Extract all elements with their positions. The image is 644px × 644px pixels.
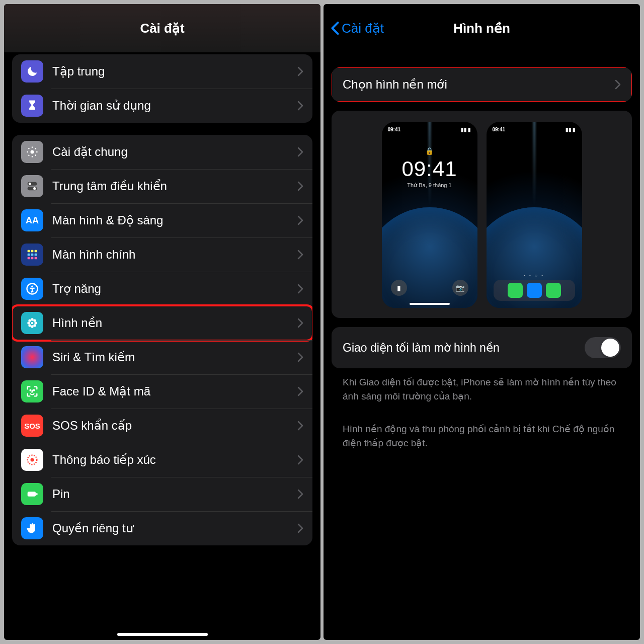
row-general[interactable]: Cài đặt chung [12,135,312,169]
sos-icon: SOS [21,415,43,437]
row-label: Hình nền [52,316,297,330]
home-indicator[interactable] [117,633,208,636]
row-control-center[interactable]: Trung tâm điều khiển [12,169,312,203]
svg-rect-30 [36,493,37,496]
row-screentime[interactable]: Thời gian sử dụng [12,89,312,123]
svg-rect-13 [35,257,37,260]
homescreen-preview[interactable]: 09:41▮▮ ▮ • • ○ • [487,122,582,308]
svg-point-26 [34,390,35,391]
svg-rect-11 [28,257,30,260]
row-wallpaper[interactable]: Hình nền [12,306,312,340]
row-label: Face ID & Mật mã [52,384,297,398]
chevron-right-icon [297,66,303,76]
dim-wallpaper-switch[interactable] [585,337,621,358]
moon-icon [21,60,43,83]
settings-group-focus: Tập trung Thời gian sử dụng [12,54,312,123]
row-label: SOS khẩn cấp [52,419,297,433]
lock-date: Thứ Ba, 9 tháng 1 [382,182,477,189]
chevron-left-icon [331,21,340,35]
svg-point-2 [29,183,31,185]
back-button[interactable]: Cài đặt [331,4,384,52]
row-privacy[interactable]: Quyền riêng tư [12,511,312,545]
chevron-right-icon [297,181,303,191]
svg-point-22 [33,319,36,321]
svg-rect-5 [28,250,30,253]
lock-time: 09:41 [382,157,477,181]
row-sos[interactable]: SOS SOS khẩn cấp [12,409,312,443]
battery-icon [21,483,43,505]
svg-rect-7 [35,250,37,253]
gear-icon [21,141,43,163]
svg-point-18 [31,325,33,328]
text-size-icon: AA [21,209,43,231]
wallpaper-header: Cài đặt Hình nền [324,4,640,52]
svg-point-4 [33,187,36,190]
row-battery[interactable]: Pin [12,477,312,511]
chevron-right-icon [297,523,303,533]
row-label: Tập trung [52,64,297,78]
chevron-right-icon [297,489,303,499]
row-siri-search[interactable]: Siri & Tìm kiếm [12,340,312,374]
row-label: Pin [52,487,297,501]
row-faceid[interactable]: Face ID & Mật mã [12,374,312,409]
row-label: Thời gian sử dụng [52,99,297,113]
flower-icon [21,312,43,334]
settings-screen: Cài đặt Tập trung Thời gian sử dụng Cà [4,4,320,640]
flashlight-icon: ▮ [391,280,407,296]
lockscreen-preview[interactable]: 09:41▮▮ ▮ 🔒 09:41 Thứ Ba, 9 tháng 1 ▮ 📷 [382,122,477,308]
chevron-right-icon [297,101,303,111]
chevron-right-icon [297,455,303,465]
svg-point-21 [28,319,31,321]
svg-rect-12 [31,257,34,260]
row-label: Màn hình chính [52,248,297,262]
siri-icon [21,346,43,368]
wallpaper-preview-group: 09:41▮▮ ▮ 🔒 09:41 Thứ Ba, 9 tháng 1 ▮ 📷 … [332,111,632,318]
wallpaper-screen: Cài đặt Hình nền Chọn hình nền mới 09:41… [324,4,640,640]
svg-point-15 [31,286,33,288]
row-label: Màn hình & Độ sáng [52,213,297,227]
camera-icon: 📷 [452,280,468,296]
row-accessibility[interactable]: Trợ năng [12,272,312,306]
svg-point-25 [30,390,31,391]
svg-point-16 [31,322,34,325]
svg-point-28 [31,458,34,462]
exposure-icon [21,449,43,471]
row-display-brightness[interactable]: AA Màn hình & Độ sáng [12,203,312,237]
svg-point-19 [27,321,30,324]
row-label: Chọn hình nền mới [343,77,615,92]
svg-rect-10 [35,254,37,256]
phone-app-icon [508,283,523,298]
footnote-1: Khi Giao diện tối được bật, iPhone sẽ là… [332,368,632,403]
svg-rect-8 [28,254,30,256]
choose-wallpaper-group: Chọn hình nền mới [332,67,632,102]
row-label: Thông báo tiếp xúc [52,453,297,467]
chevron-right-icon [297,318,303,328]
svg-point-0 [31,150,34,154]
chevron-right-icon [297,352,303,362]
settings-title: Cài đặt [140,21,184,36]
row-label: Siri & Tìm kiếm [52,350,297,364]
row-exposure[interactable]: Thông báo tiếp xúc [12,443,312,477]
row-label: Quyền riêng tư [52,521,297,535]
grid-icon [21,244,43,266]
row-label: Cài đặt chung [52,145,297,159]
chevron-right-icon [297,147,303,157]
faceid-icon [21,380,43,403]
row-label: Trợ năng [52,282,297,296]
chevron-right-icon [297,284,303,294]
chevron-right-icon [297,421,303,431]
svg-rect-9 [31,254,34,256]
chevron-right-icon [297,386,303,396]
svg-rect-29 [28,492,36,496]
messages-app-icon [546,283,561,298]
row-focus[interactable]: Tập trung [12,54,312,89]
safari-app-icon [527,283,542,298]
toggles-icon [21,175,43,197]
row-home-screen[interactable]: Màn hình chính [12,237,312,272]
row-label: Trung tâm điều khiển [52,179,297,193]
chevron-right-icon [297,250,303,260]
svg-point-17 [31,318,33,320]
row-choose-wallpaper[interactable]: Chọn hình nền mới [332,67,632,102]
wallpaper-title: Hình nền [453,21,510,36]
accessibility-icon [21,278,43,300]
